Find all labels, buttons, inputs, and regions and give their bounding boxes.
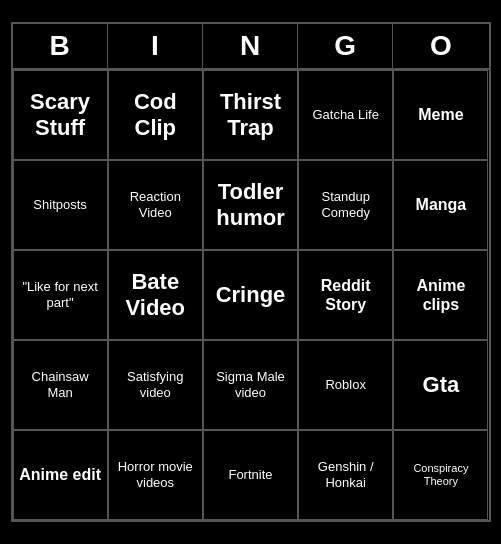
bingo-cell-text-10: "Like for next part"	[18, 279, 103, 310]
bingo-cell-16: Satisfying video	[108, 340, 203, 430]
bingo-cell-text-21: Horror movie videos	[113, 459, 198, 490]
bingo-card: BINGO Scary StuffCod ClipThirst TrapGatc…	[11, 22, 491, 522]
header-letter-n: N	[203, 24, 298, 68]
bingo-cell-17: Sigma Male video	[203, 340, 298, 430]
bingo-cell-text-19: Gta	[423, 372, 460, 398]
bingo-cell-12: Cringe	[203, 250, 298, 340]
header-letter-o: O	[393, 24, 488, 68]
bingo-cell-3: Gatcha Life	[298, 70, 393, 160]
bingo-cell-4: Meme	[393, 70, 488, 160]
bingo-cell-text-13: Reddit Story	[303, 276, 388, 314]
bingo-cell-text-14: Anime clips	[398, 276, 483, 314]
header-letter-g: G	[298, 24, 393, 68]
bingo-cell-text-1: Cod Clip	[113, 89, 198, 142]
bingo-cell-text-12: Cringe	[216, 282, 286, 308]
bingo-cell-text-24: Conspiracy Theory	[398, 462, 483, 488]
bingo-cell-text-15: Chainsaw Man	[18, 369, 103, 400]
bingo-cell-22: Fortnite	[203, 430, 298, 520]
bingo-cell-text-11: Bate Video	[113, 269, 198, 322]
bingo-cell-0: Scary Stuff	[13, 70, 108, 160]
bingo-cell-text-6: Reaction Video	[113, 189, 198, 220]
bingo-cell-23: Genshin / Honkai	[298, 430, 393, 520]
bingo-cell-7: Todler humor	[203, 160, 298, 250]
bingo-cell-1: Cod Clip	[108, 70, 203, 160]
bingo-cell-5: Shitposts	[13, 160, 108, 250]
bingo-cell-text-20: Anime edit	[19, 465, 101, 484]
bingo-cell-6: Reaction Video	[108, 160, 203, 250]
bingo-cell-text-22: Fortnite	[228, 467, 272, 483]
bingo-cell-text-3: Gatcha Life	[312, 107, 379, 123]
bingo-cell-text-23: Genshin / Honkai	[303, 459, 388, 490]
bingo-cell-24: Conspiracy Theory	[393, 430, 488, 520]
bingo-cell-text-18: Roblox	[325, 377, 365, 393]
bingo-cell-15: Chainsaw Man	[13, 340, 108, 430]
bingo-cell-10: "Like for next part"	[13, 250, 108, 340]
bingo-cell-text-17: Sigma Male video	[208, 369, 293, 400]
bingo-cell-text-9: Manga	[416, 195, 467, 214]
bingo-cell-21: Horror movie videos	[108, 430, 203, 520]
bingo-cell-text-8: Standup Comedy	[303, 189, 388, 220]
bingo-cell-11: Bate Video	[108, 250, 203, 340]
bingo-cell-text-2: Thirst Trap	[208, 89, 293, 142]
bingo-cell-text-7: Todler humor	[208, 179, 293, 232]
bingo-cell-text-4: Meme	[418, 105, 463, 124]
bingo-cell-9: Manga	[393, 160, 488, 250]
bingo-cell-14: Anime clips	[393, 250, 488, 340]
bingo-cell-20: Anime edit	[13, 430, 108, 520]
bingo-cell-2: Thirst Trap	[203, 70, 298, 160]
bingo-cell-text-0: Scary Stuff	[18, 89, 103, 142]
bingo-cell-13: Reddit Story	[298, 250, 393, 340]
header-letter-b: B	[13, 24, 108, 68]
bingo-cell-8: Standup Comedy	[298, 160, 393, 250]
bingo-cell-18: Roblox	[298, 340, 393, 430]
header-letter-i: I	[108, 24, 203, 68]
bingo-grid: Scary StuffCod ClipThirst TrapGatcha Lif…	[13, 70, 489, 520]
bingo-cell-text-16: Satisfying video	[113, 369, 198, 400]
bingo-cell-text-5: Shitposts	[33, 197, 86, 213]
bingo-header: BINGO	[13, 24, 489, 70]
bingo-cell-19: Gta	[393, 340, 488, 430]
